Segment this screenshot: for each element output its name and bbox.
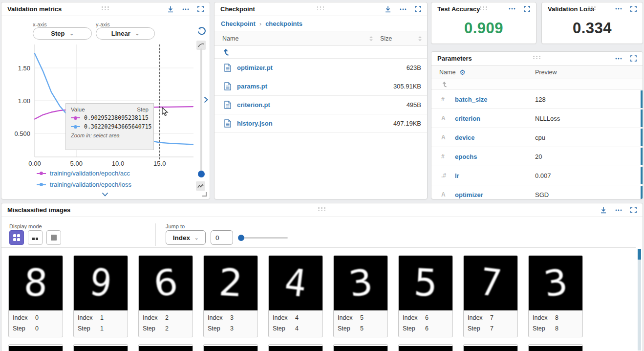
image-card[interactable] bbox=[8, 344, 63, 351]
file-icon bbox=[224, 119, 231, 128]
breadcrumb-current[interactable]: checkpoints bbox=[265, 20, 302, 27]
legend-item[interactable]: training/validation/epoch/loss bbox=[37, 179, 131, 190]
expand-icon[interactable] bbox=[630, 6, 637, 12]
metric-value: 0.909 bbox=[431, 20, 536, 37]
x-axis-select[interactable]: Step⌄ bbox=[33, 27, 92, 40]
expand-icon[interactable] bbox=[630, 55, 637, 62]
name-column-header[interactable]: Name bbox=[222, 35, 238, 42]
name-column-header[interactable]: Name bbox=[439, 69, 455, 76]
image-card[interactable]: 3 Index8 Step8 bbox=[528, 255, 583, 337]
more-menu-icon[interactable] bbox=[509, 8, 515, 10]
image-card[interactable]: 8 Index0 Step0 bbox=[8, 255, 63, 337]
table-row[interactable]: A criterion NLLLoss bbox=[431, 109, 643, 128]
mnist-digit-image: 8 bbox=[9, 256, 63, 310]
image-card[interactable] bbox=[203, 344, 258, 351]
table-row[interactable]: history.json 497.19KB bbox=[215, 114, 427, 133]
table-row[interactable]: A device cpu bbox=[431, 128, 643, 147]
jump-slider[interactable] bbox=[239, 237, 288, 239]
image-card[interactable] bbox=[528, 344, 583, 351]
jump-mode-select[interactable]: Index⌄ bbox=[166, 230, 206, 245]
download-icon[interactable] bbox=[385, 6, 391, 13]
display-mode-grid-button[interactable] bbox=[9, 230, 24, 245]
chevron-down-icon: ⌄ bbox=[194, 235, 198, 241]
y-axis-select[interactable]: Linear⌄ bbox=[96, 27, 155, 40]
legend-item[interactable]: training/validation/epoch/acc bbox=[37, 168, 131, 179]
type-icon: A bbox=[441, 134, 455, 141]
sort-icon[interactable] bbox=[418, 36, 422, 42]
display-mode-label: Display mode bbox=[9, 223, 42, 229]
breadcrumb-root[interactable]: Checkpoint bbox=[221, 20, 256, 27]
image-card[interactable]: 3 Index5 Step5 bbox=[333, 255, 388, 337]
more-menu-icon[interactable] bbox=[615, 58, 622, 60]
drag-handle-icon[interactable] bbox=[533, 56, 541, 59]
image-card[interactable]: 2 Index3 Step3 bbox=[203, 255, 258, 337]
image-card[interactable]: 4 Index4 Step4 bbox=[268, 255, 323, 337]
image-gallery: 8 Index0 Step0 9 Index1 Step1 6 Index2 S… bbox=[8, 255, 583, 337]
gear-icon[interactable]: ⚙ bbox=[459, 68, 466, 76]
preview-column-header[interactable]: Preview bbox=[535, 69, 557, 76]
table-row[interactable]: optimizer.pt 623B bbox=[215, 59, 427, 77]
mnist-digit-image: 3 bbox=[529, 256, 582, 310]
image-card[interactable] bbox=[73, 344, 128, 351]
vertical-scrollbar[interactable] bbox=[638, 249, 641, 351]
chevron-right-icon[interactable] bbox=[204, 96, 208, 103]
panel-parameters: Parameters Name ⚙ Preview # batch_size 1… bbox=[431, 51, 643, 199]
image-card[interactable] bbox=[268, 344, 323, 351]
expand-icon[interactable] bbox=[630, 207, 637, 213]
divider bbox=[1, 247, 636, 248]
table-row[interactable]: .# lr 0.007 bbox=[431, 166, 643, 185]
folder-up-row[interactable] bbox=[431, 79, 643, 90]
image-card[interactable] bbox=[463, 344, 518, 351]
svg-text:1.50: 1.50 bbox=[18, 65, 30, 72]
reset-zoom-icon[interactable] bbox=[197, 27, 206, 35]
download-icon[interactable] bbox=[167, 6, 174, 13]
jump-index-input[interactable]: 0 bbox=[211, 230, 233, 245]
table-row[interactable]: # epochs 20 bbox=[431, 147, 643, 166]
image-card[interactable]: 9 Index1 Step1 bbox=[73, 255, 128, 337]
table-row[interactable]: criterion.pt 495B bbox=[215, 96, 427, 114]
tooltip-rows: 0.902952380952381 15 0.3622029436656407 … bbox=[71, 114, 149, 130]
display-mode-single-button[interactable] bbox=[46, 230, 61, 245]
size-column-header[interactable]: Size bbox=[380, 35, 392, 42]
image-card[interactable] bbox=[333, 344, 388, 351]
more-menu-icon[interactable] bbox=[182, 8, 189, 10]
sort-icon[interactable] bbox=[369, 36, 373, 42]
table-row[interactable]: A optimizer SGD bbox=[431, 185, 643, 199]
drag-handle-icon[interactable] bbox=[588, 6, 596, 10]
sparkline-icon[interactable] bbox=[196, 181, 205, 191]
image-card[interactable]: 7 Index7 Step7 bbox=[463, 255, 518, 337]
table-row[interactable]: # batch_size 128 bbox=[431, 90, 643, 109]
smoothing-slider-thumb[interactable] bbox=[198, 171, 205, 177]
image-card[interactable]: 6 Index2 Step2 bbox=[138, 255, 193, 337]
drag-handle-icon[interactable] bbox=[102, 6, 109, 10]
resize-corner-handle[interactable] bbox=[202, 192, 207, 197]
drag-handle-icon[interactable] bbox=[317, 6, 325, 10]
drag-handle-icon[interactable] bbox=[480, 6, 488, 10]
expand-icon[interactable] bbox=[524, 6, 530, 12]
smoothing-slider[interactable] bbox=[200, 48, 202, 174]
breadcrumb: Checkpoint › checkpoints bbox=[215, 16, 427, 31]
expand-icon[interactable] bbox=[415, 6, 421, 12]
image-card[interactable] bbox=[138, 344, 193, 351]
expand-icon[interactable] bbox=[197, 6, 204, 12]
image-card[interactable] bbox=[398, 344, 453, 351]
more-menu-icon[interactable] bbox=[615, 8, 622, 10]
go-up-icon bbox=[223, 48, 229, 56]
display-mode-pair-button[interactable] bbox=[28, 230, 43, 245]
folder-up-row[interactable] bbox=[215, 46, 427, 59]
image-card[interactable]: 5 Index6 Step6 bbox=[398, 255, 453, 337]
drag-handle-icon[interactable] bbox=[318, 207, 326, 211]
type-icon: # bbox=[441, 153, 455, 160]
more-menu-icon[interactable] bbox=[615, 209, 622, 211]
table-row[interactable]: params.pt 305.91KB bbox=[215, 77, 427, 96]
mnist-digit-image: 3 bbox=[334, 256, 387, 310]
svg-text:0.500: 0.500 bbox=[14, 130, 30, 137]
download-icon[interactable] bbox=[600, 207, 607, 214]
two-squares-icon bbox=[32, 233, 39, 242]
chevron-down-icon[interactable] bbox=[102, 192, 108, 197]
scrollbar-thumb[interactable] bbox=[638, 249, 641, 260]
more-menu-icon[interactable] bbox=[400, 8, 407, 10]
jump-slider-thumb[interactable] bbox=[238, 235, 244, 241]
chart-tooltip: Value Step 0.902952380952381 15 0.362202… bbox=[65, 103, 154, 150]
panel-checkpoint: Checkpoint Checkpoint › checkpoints Name… bbox=[214, 2, 428, 199]
